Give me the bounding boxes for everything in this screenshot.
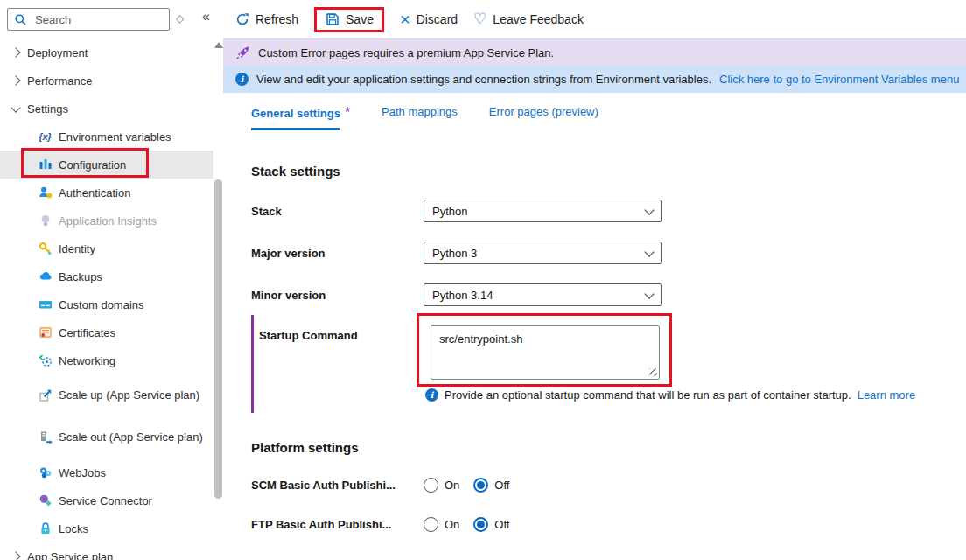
pin-icon[interactable]: ◇ bbox=[176, 12, 184, 24]
major-version-dropdown-value: Python 3 bbox=[432, 247, 477, 260]
sidebar-item-label: Custom domains bbox=[59, 298, 144, 312]
search-icon bbox=[13, 12, 28, 27]
learn-more-link[interactable]: Learn more bbox=[858, 388, 915, 402]
refresh-icon bbox=[234, 12, 249, 27]
sidebar-item-environment-variables[interactable]: {x} Environment variables bbox=[0, 122, 214, 150]
configuration-icon bbox=[38, 158, 52, 172]
startup-command-input[interactable]: src/entrypoint.sh bbox=[430, 326, 660, 380]
discard-x-icon: × bbox=[400, 13, 410, 25]
sidebar-item-settings[interactable]: Settings bbox=[0, 94, 214, 122]
major-version-dropdown[interactable]: Python 3 bbox=[424, 242, 662, 264]
info-banner-text: View and edit your application settings … bbox=[256, 73, 711, 86]
minor-version-row: Minor version Python 3.14 bbox=[251, 284, 966, 306]
chevron-right-icon bbox=[10, 47, 20, 57]
sidebar-item-label: Scale out (App Service plan) bbox=[59, 430, 206, 444]
sidebar-item-custom-domains[interactable]: Custom domains bbox=[0, 290, 214, 318]
sidebar-search[interactable] bbox=[7, 8, 170, 31]
sidebar-item-label: Deployment bbox=[27, 46, 88, 60]
stack-dropdown[interactable]: Python bbox=[424, 200, 662, 222]
chevron-down-icon bbox=[644, 205, 654, 214]
command-buttons: Refresh Save × Discard ♡ Leave Feedback bbox=[234, 0, 584, 38]
startup-command-col: src/entrypoint.sh i Provide an optional … bbox=[424, 326, 915, 402]
configuration-tabs: General settings* Path mappings Error pa… bbox=[251, 105, 966, 130]
sidebar-item-application-insights[interactable]: Application Insights bbox=[0, 206, 214, 234]
sidebar-item-label: Certificates bbox=[59, 326, 116, 340]
ftp-basic-auth-label: FTP Basic Auth Publishi... bbox=[251, 518, 424, 531]
sidebar-item-label: Scale up (App Service plan) bbox=[59, 388, 206, 402]
search-input[interactable] bbox=[33, 12, 164, 27]
sidebar-item-label: Service Connector bbox=[59, 494, 152, 508]
locks-icon bbox=[38, 522, 52, 536]
ftp-off-label: Off bbox=[494, 518, 509, 531]
sidebar-item-configuration[interactable]: Configuration bbox=[0, 150, 214, 178]
chevron-right-icon bbox=[10, 551, 20, 560]
env-variables-menu-link[interactable]: Click here to go to Environment Variable… bbox=[719, 73, 959, 86]
refresh-label: Refresh bbox=[256, 12, 298, 26]
sidebar-item-app-service-plan[interactable]: App Service plan bbox=[0, 542, 214, 560]
tab-label: Path mappings bbox=[382, 105, 458, 126]
sidebar-item-label: Configuration bbox=[59, 158, 126, 172]
sidebar-item-authentication[interactable]: Authentication bbox=[0, 178, 214, 206]
discard-button[interactable]: × Discard bbox=[400, 12, 458, 26]
sidebar-item-label: Authentication bbox=[59, 186, 130, 200]
sidebar-item-backups[interactable]: Backups bbox=[0, 262, 214, 290]
collapse-sidebar-icon[interactable]: « bbox=[202, 10, 210, 24]
chevron-down-icon bbox=[10, 102, 20, 112]
heart-icon: ♡ bbox=[473, 13, 486, 25]
chevron-right-icon bbox=[10, 75, 20, 85]
rocket-icon bbox=[235, 46, 250, 60]
sidebar-item-label: Networking bbox=[59, 354, 116, 368]
ftp-on-label: On bbox=[444, 518, 459, 531]
discard-label: Discard bbox=[416, 12, 458, 26]
tab-general-settings[interactable]: General settings* bbox=[251, 105, 350, 130]
ftp-basic-auth-on-radio[interactable] bbox=[424, 517, 438, 532]
scm-off-label: Off bbox=[494, 479, 509, 492]
top-command-bar: ◇ « Refresh Save × Discard ♡ Leave Feedb… bbox=[0, 0, 966, 38]
save-icon bbox=[325, 12, 340, 27]
environment-variables-icon: {x} bbox=[38, 130, 52, 144]
scale-up-icon bbox=[38, 388, 52, 403]
tab-label: Error pages (preview) bbox=[489, 105, 598, 126]
startup-command-row: Startup Command src/entrypoint.sh i Prov… bbox=[251, 326, 966, 402]
sidebar-item-label: App Service plan bbox=[27, 550, 113, 560]
sidebar-item-scale-out[interactable]: Scale out (App Service plan) bbox=[0, 416, 214, 458]
tab-label: General settings bbox=[251, 107, 340, 130]
sidebar-item-performance[interactable]: Performance bbox=[0, 66, 214, 94]
save-button[interactable]: Save bbox=[314, 7, 384, 32]
leave-feedback-label: Leave Feedback bbox=[493, 12, 584, 26]
sidebar-item-deployment[interactable]: Deployment bbox=[0, 38, 214, 66]
minor-version-dropdown[interactable]: Python 3.14 bbox=[424, 284, 662, 306]
chevron-down-icon bbox=[644, 289, 654, 298]
unsaved-changes-icon: * bbox=[345, 105, 350, 120]
save-label: Save bbox=[346, 12, 374, 26]
leave-feedback-button[interactable]: ♡ Leave Feedback bbox=[473, 12, 584, 26]
sidebar-item-locks[interactable]: Locks bbox=[0, 514, 214, 542]
sidebar-scrollbar-thumb[interactable] bbox=[214, 179, 222, 499]
sidebar-item-webjobs[interactable]: WebJobs bbox=[0, 458, 214, 486]
premium-plan-banner: Custom Error pages requires a premium Ap… bbox=[223, 38, 966, 66]
sidebar-item-scale-up[interactable]: Scale up (App Service plan) bbox=[0, 374, 214, 416]
ftp-basic-auth-off-radio[interactable] bbox=[473, 517, 488, 532]
configuration-content: General settings* Path mappings Error pa… bbox=[223, 93, 966, 560]
scm-basic-auth-on-radio[interactable] bbox=[424, 478, 438, 493]
env-variables-info-banner: i View and edit your application setting… bbox=[223, 66, 966, 93]
sidebar-item-certificates[interactable]: Certificates bbox=[0, 318, 214, 346]
ftp-basic-auth-row: FTP Basic Auth Publishi... On Off bbox=[251, 517, 966, 532]
sidebar-item-label: Backups bbox=[59, 270, 102, 284]
startup-command-label: Startup Command bbox=[251, 329, 424, 342]
stack-settings-heading: Stack settings bbox=[251, 164, 966, 178]
tab-path-mappings[interactable]: Path mappings bbox=[382, 105, 458, 126]
sidebar-item-identity[interactable]: Identity bbox=[0, 234, 214, 262]
refresh-button[interactable]: Refresh bbox=[234, 12, 298, 27]
stack-label: Stack bbox=[251, 205, 424, 218]
info-icon: i bbox=[425, 388, 438, 402]
scm-basic-auth-off-radio[interactable] bbox=[473, 478, 488, 493]
sidebar-item-service-connector[interactable]: Service Connector bbox=[0, 486, 214, 514]
settings-sidebar: Deployment Performance Settings {x} Envi… bbox=[0, 38, 214, 560]
tab-error-pages[interactable]: Error pages (preview) bbox=[489, 105, 598, 126]
scrollbar-up-arrow-icon[interactable] bbox=[214, 42, 223, 48]
sidebar-item-networking[interactable]: Networking bbox=[0, 346, 214, 374]
startup-hint-text: Provide an optional startup command that… bbox=[444, 388, 851, 402]
sidebar-item-label: Settings bbox=[27, 102, 68, 116]
major-version-label: Major version bbox=[251, 247, 424, 260]
